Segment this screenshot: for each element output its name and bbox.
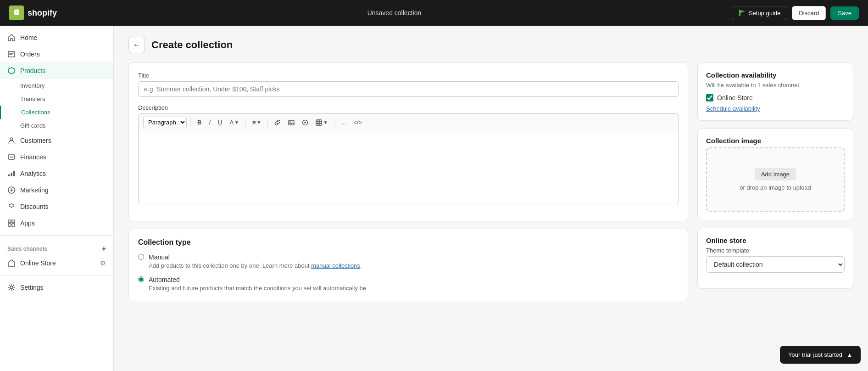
availability-panel-title: Collection availability [706,71,845,79]
save-button[interactable]: Save [830,6,859,20]
code-icon: </> [353,119,362,126]
setup-guide-button[interactable]: Setup guide [732,6,787,20]
image-upload-area[interactable]: Add image or drop an image to upload [706,147,845,212]
sidebar-item-customers-label: Customers [20,137,51,144]
toolbar-divider-2 [245,118,246,127]
sidebar-divider [0,235,113,236]
online-store-checkbox-label[interactable]: Online Store [717,94,753,101]
more-button[interactable]: ... [338,117,349,128]
automated-radio-label[interactable]: Automated [149,276,180,283]
discard-button[interactable]: Discard [792,6,826,20]
paragraph-select[interactable]: Paragraph [143,117,187,128]
sales-channels-label: Sales channels [7,246,47,252]
svg-marker-2 [740,10,745,13]
sidebar-item-finances[interactable]: Finances [0,149,113,165]
marketing-icon [7,186,16,194]
svg-rect-11 [12,220,15,223]
manual-radio[interactable] [138,254,144,260]
text-color-button[interactable]: A ▼ [227,117,242,128]
sidebar-sub-item-inventory[interactable]: Inventory [0,79,113,92]
svg-rect-8 [13,171,15,176]
page-title: Create collection [151,39,233,51]
online-store-checkbox[interactable] [706,94,713,101]
text-color-chevron: ▼ [234,120,239,125]
toolbar-divider-4 [334,118,334,127]
left-column: Title Description Paragraph B I U [128,62,688,309]
svg-rect-1 [739,10,740,16]
sidebar-item-analytics-label: Analytics [20,170,46,177]
theme-template-select[interactable]: Default collection [706,256,845,273]
table-chevron: ▼ [323,120,328,125]
back-button[interactable]: ← [128,37,145,53]
online-store-panel-title: Online store [706,236,845,244]
svg-rect-19 [316,120,322,125]
sidebar-divider-2 [0,275,113,275]
code-button[interactable]: </> [351,117,365,128]
orders-icon [7,50,16,58]
sidebar-item-home-label: Home [20,34,37,41]
video-button[interactable] [299,118,311,128]
sidebar-item-home[interactable]: Home [0,29,113,46]
sidebar-item-products[interactable]: Products [0,62,113,79]
sidebar-item-settings-label: Settings [20,284,44,291]
sidebar-item-settings[interactable]: Settings [0,279,113,296]
title-input[interactable] [138,81,679,97]
automated-radio-content: Automated Existing and future products t… [149,275,366,292]
image-button[interactable] [285,118,297,128]
add-sales-channel-icon[interactable]: + [102,245,106,253]
online-store-checkbox-row: Online Store [706,94,845,101]
description-form-group: Description Paragraph B I U A ▼ [138,104,679,204]
trial-toast[interactable]: Your trial just started ▲ [780,346,861,364]
theme-template-label: Theme template [706,247,845,254]
svg-rect-15 [289,120,294,125]
collection-image-card: Collection image Add image or drop an im… [697,128,853,220]
manual-radio-label[interactable]: Manual [149,253,170,261]
description-toolbar: Paragraph B I U A ▼ [138,113,679,131]
automated-radio-item: Automated Existing and future products t… [138,275,679,292]
main-content: ← Create collection Title Description [114,26,868,371]
schedule-availability-link[interactable]: Schedule availability [706,105,845,112]
svg-rect-12 [8,224,11,226]
automated-radio-desc: Existing and future products that match … [149,285,366,292]
sidebar-item-online-store[interactable]: Online Store ⚙ [0,255,113,271]
svg-rect-13 [12,224,15,226]
home-icon [7,34,16,42]
sidebar-item-discounts[interactable]: Discounts [0,198,113,215]
sidebar-item-marketing[interactable]: Marketing [0,182,113,198]
sidebar-sub-item-transfers[interactable]: Transfers [0,92,113,106]
trial-toast-arrow: ▲ [847,352,852,358]
underline-button[interactable]: U [215,117,225,128]
manual-collections-link[interactable]: manual collections [311,262,360,269]
svg-rect-3 [8,51,15,57]
collection-type-title: Collection type [138,238,679,247]
align-button[interactable]: ≡ ▼ [250,117,264,128]
sidebar-item-apps[interactable]: Apps [0,215,113,231]
video-icon [302,119,308,126]
sidebar-item-orders[interactable]: Orders [0,46,113,62]
add-image-button[interactable]: Add image [755,168,796,180]
page-header: ← Create collection [128,37,853,53]
sidebar-item-discounts-label: Discounts [20,203,48,210]
link-icon [274,119,281,126]
link-button[interactable] [272,118,284,128]
italic-button[interactable]: I [206,117,213,128]
table-button[interactable]: ▼ [313,118,330,128]
sidebar-sub-item-gift-cards[interactable]: Gift cards [0,119,113,132]
sidebar-item-customers[interactable]: Customers [0,132,113,149]
sales-channels-section: Sales channels + [0,243,113,255]
discounts-icon [7,202,16,211]
manual-radio-desc: Add products to this collection one by o… [149,262,362,269]
topbar-actions: Setup guide Discard Save [732,6,859,20]
image-icon [288,119,295,126]
online-store-settings-icon[interactable]: ⚙ [100,259,106,267]
sidebar-sub-item-collections[interactable]: Collections [0,106,113,119]
sidebar-sub-inventory-label: Inventory [20,82,45,89]
sidebar-item-analytics[interactable]: Analytics [0,165,113,182]
description-body[interactable] [138,131,679,204]
analytics-icon [7,169,16,178]
products-icon [7,67,16,75]
bold-button[interactable]: B [195,117,204,128]
svg-marker-18 [305,122,307,124]
automated-radio[interactable] [138,276,144,282]
content-grid: Title Description Paragraph B I U [128,62,853,309]
